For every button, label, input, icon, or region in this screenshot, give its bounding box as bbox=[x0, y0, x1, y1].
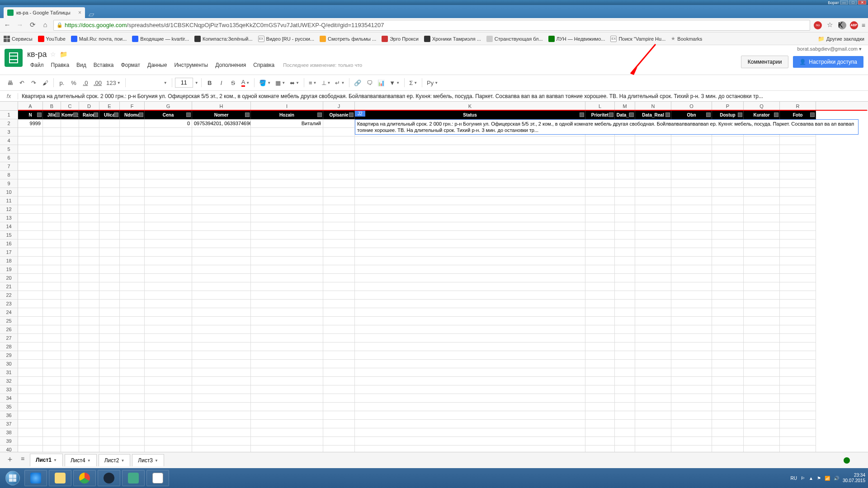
table-cell[interactable] bbox=[251, 291, 323, 300]
table-cell[interactable] bbox=[251, 446, 323, 452]
table-cell[interactable] bbox=[43, 317, 61, 325]
table-cell[interactable] bbox=[780, 411, 816, 420]
table-cell[interactable] bbox=[79, 171, 99, 179]
undo-icon[interactable]: ↶ bbox=[16, 77, 27, 88]
table-cell[interactable] bbox=[355, 325, 585, 334]
filter-icon[interactable] bbox=[37, 113, 42, 117]
menu-format[interactable]: Формат bbox=[118, 60, 143, 70]
table-cell[interactable] bbox=[712, 162, 744, 171]
table-cell[interactable] bbox=[251, 248, 323, 257]
filter-icon[interactable] bbox=[738, 113, 742, 117]
table-cell[interactable] bbox=[671, 403, 712, 411]
table-cell[interactable] bbox=[355, 274, 585, 282]
table-cell[interactable] bbox=[18, 377, 43, 385]
strike-button[interactable]: S bbox=[228, 77, 239, 88]
all-sheets-button[interactable]: ≡ bbox=[17, 455, 28, 466]
currency-button[interactable]: р. bbox=[57, 77, 67, 88]
row-header[interactable]: 5 bbox=[0, 145, 18, 154]
table-cell[interactable] bbox=[585, 179, 615, 188]
table-cell[interactable] bbox=[585, 265, 615, 274]
table-cell[interactable] bbox=[671, 437, 712, 446]
table-cell[interactable] bbox=[18, 403, 43, 411]
table-cell[interactable] bbox=[323, 205, 355, 214]
table-cell[interactable] bbox=[61, 428, 79, 437]
table-cell[interactable] bbox=[120, 325, 145, 334]
table-cell[interactable] bbox=[79, 300, 99, 308]
table-cell[interactable] bbox=[323, 317, 355, 325]
table-cell[interactable] bbox=[585, 205, 615, 214]
decimal-inc-button[interactable]: .00 bbox=[92, 77, 104, 88]
apps-button[interactable]: Сервисы bbox=[4, 36, 33, 42]
table-cell[interactable] bbox=[355, 197, 585, 205]
table-cell[interactable] bbox=[615, 205, 635, 214]
table-cell[interactable] bbox=[744, 154, 780, 162]
table-cell[interactable] bbox=[61, 291, 79, 300]
table-cell[interactable] bbox=[120, 428, 145, 437]
table-cell[interactable] bbox=[79, 222, 99, 231]
row-header[interactable]: 6 bbox=[0, 154, 18, 162]
table-cell[interactable] bbox=[355, 385, 585, 394]
table-cell[interactable] bbox=[120, 291, 145, 300]
table-cell[interactable] bbox=[251, 179, 323, 188]
table-cell[interactable] bbox=[43, 136, 61, 145]
table-cell[interactable] bbox=[671, 179, 712, 188]
table-cell[interactable] bbox=[43, 308, 61, 317]
table-cell[interactable] bbox=[585, 385, 615, 394]
row-header[interactable]: 37 bbox=[0, 420, 18, 428]
row-header[interactable]: 34 bbox=[0, 394, 18, 403]
table-cell[interactable] bbox=[585, 274, 615, 282]
table-header-cell[interactable]: Nomer bbox=[192, 111, 251, 119]
table-cell[interactable] bbox=[192, 128, 251, 136]
table-cell[interactable] bbox=[120, 403, 145, 411]
number-format-button[interactable]: 123▼ bbox=[104, 77, 123, 88]
table-cell[interactable] bbox=[99, 411, 120, 420]
table-cell[interactable] bbox=[744, 308, 780, 317]
table-cell[interactable] bbox=[99, 394, 120, 403]
bookmark-item[interactable]: Смотреть фильмы ... bbox=[320, 36, 376, 42]
table-cell[interactable] bbox=[99, 179, 120, 188]
table-cell[interactable] bbox=[635, 420, 671, 428]
table-cell[interactable] bbox=[744, 437, 780, 446]
table-cell[interactable] bbox=[192, 197, 251, 205]
select-all-corner[interactable] bbox=[0, 102, 18, 111]
table-cell[interactable] bbox=[43, 300, 61, 308]
valign-button[interactable]: ⊥▼ bbox=[320, 77, 333, 88]
table-cell[interactable] bbox=[251, 162, 323, 171]
table-cell[interactable] bbox=[120, 257, 145, 265]
table-cell[interactable] bbox=[780, 420, 816, 428]
table-cell[interactable] bbox=[585, 136, 615, 145]
table-cell[interactable] bbox=[251, 205, 323, 214]
table-cell[interactable] bbox=[192, 248, 251, 257]
table-cell[interactable] bbox=[585, 368, 615, 377]
table-cell[interactable] bbox=[615, 257, 635, 265]
table-cell[interactable] bbox=[744, 420, 780, 428]
table-cell[interactable] bbox=[712, 403, 744, 411]
table-cell[interactable] bbox=[744, 145, 780, 154]
table-header-cell[interactable]: Foto bbox=[780, 111, 816, 119]
table-cell[interactable] bbox=[635, 171, 671, 179]
spreadsheet-grid[interactable]: ABCDEFGHIJKLMNOPQR 1 NJilieKomnatRaionUl… bbox=[0, 102, 868, 452]
table-cell[interactable] bbox=[120, 197, 145, 205]
table-cell[interactable] bbox=[635, 188, 671, 197]
table-cell[interactable] bbox=[61, 188, 79, 197]
comments-button[interactable]: Комментарии bbox=[741, 56, 789, 68]
table-cell[interactable] bbox=[18, 145, 43, 154]
row-header[interactable]: 30 bbox=[0, 360, 18, 368]
add-sheet-button[interactable]: + bbox=[5, 455, 15, 466]
table-cell[interactable] bbox=[120, 420, 145, 428]
table-cell[interactable] bbox=[145, 257, 192, 265]
row-header[interactable]: 4 bbox=[0, 136, 18, 145]
table-cell[interactable] bbox=[79, 377, 99, 385]
table-cell[interactable] bbox=[635, 154, 671, 162]
filter-icon[interactable] bbox=[139, 113, 143, 117]
table-cell[interactable] bbox=[120, 239, 145, 248]
table-cell[interactable] bbox=[192, 274, 251, 282]
column-header[interactable]: F bbox=[120, 102, 145, 111]
table-cell[interactable] bbox=[18, 368, 43, 377]
table-cell[interactable] bbox=[615, 188, 635, 197]
table-cell[interactable] bbox=[79, 343, 99, 351]
table-cell[interactable] bbox=[61, 334, 79, 343]
table-cell[interactable] bbox=[712, 343, 744, 351]
table-cell[interactable] bbox=[145, 248, 192, 257]
table-cell[interactable] bbox=[355, 420, 585, 428]
